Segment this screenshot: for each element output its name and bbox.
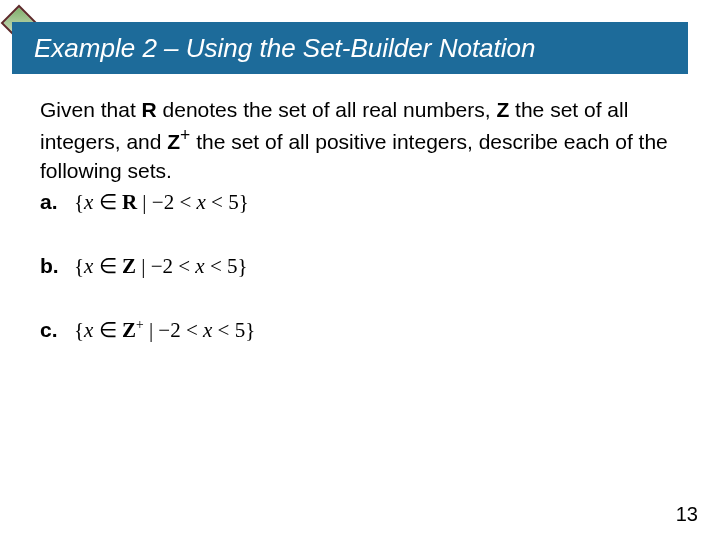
title-bar: Example 2 – Using the Set-Builder Notati…	[12, 22, 688, 74]
item-b: b. {x ∈ Z | −2 < x < 5}	[40, 251, 680, 281]
intro-text: Given that R denotes the set of all real…	[40, 96, 680, 185]
item-c: c. {x ∈ Z+ | −2 < x < 5}	[40, 315, 680, 345]
item-a: a. {x ∈ R | −2 < x < 5}	[40, 187, 680, 217]
item-a-set: {x ∈ R | −2 < x < 5}	[74, 188, 249, 216]
item-a-label: a.	[40, 188, 66, 216]
slide-title: Example 2 – Using the Set-Builder Notati…	[34, 33, 536, 64]
slide-body: Given that R denotes the set of all real…	[40, 96, 680, 345]
item-c-set: {x ∈ Z+ | −2 < x < 5}	[74, 316, 255, 344]
item-b-label: b.	[40, 252, 66, 280]
page-number: 13	[676, 503, 698, 526]
item-c-label: c.	[40, 316, 66, 344]
item-b-set: {x ∈ Z | −2 < x < 5}	[74, 252, 248, 280]
